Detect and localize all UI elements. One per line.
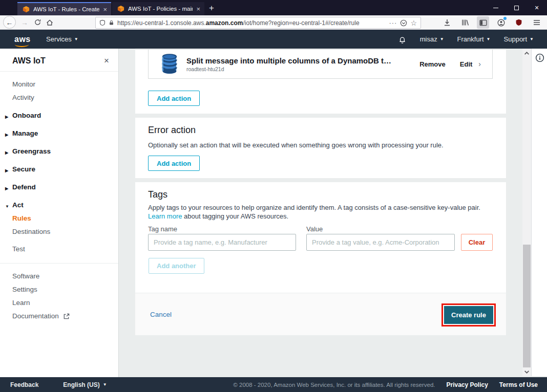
dynamodb-icon [161, 54, 178, 74]
privacy-policy-link[interactable]: Privacy Policy [446, 381, 488, 388]
url-bar[interactable]: https://eu-central-1.console.aws.amazon.… [95, 17, 421, 29]
chevron-down-icon: ▼ [440, 37, 444, 41]
external-link-icon [63, 313, 70, 320]
sidebar-item-software[interactable]: Software [0, 270, 118, 283]
terms-of-use-link[interactable]: Terms of Use [499, 381, 538, 388]
lock-icon [109, 19, 114, 26]
page-actions-icon[interactable]: ··· [389, 19, 397, 27]
main-content: Split message into multiple columns of a… [135, 49, 506, 377]
rule-action-title: Split message into multiple columns of a… [186, 56, 419, 65]
back-button[interactable]: ← [3, 16, 16, 29]
aws-cube-favicon [23, 6, 30, 13]
chevron-down-icon: ▼ [487, 37, 491, 41]
forward-button[interactable]: → [18, 18, 31, 27]
feedback-link[interactable]: Feedback [10, 381, 38, 388]
services-menu[interactable]: Services▼ [46, 35, 78, 43]
scroll-down-arrow-icon[interactable] [524, 369, 530, 375]
library-icon[interactable] [459, 16, 471, 29]
rule-action-table-name: roadtest-htu21d [186, 66, 419, 72]
clear-tag-button[interactable]: Clear [461, 234, 493, 251]
tab-title: AWS IoT - Policies - main-polic [128, 6, 193, 12]
sidebar-close-icon[interactable]: × [104, 56, 109, 65]
scrollbar-thumb[interactable] [523, 245, 531, 367]
url-text[interactable]: https://eu-central-1.console.aws.amazon.… [117, 19, 386, 27]
aws-iot-sidebar: AWS IoT × Monitor Activity ▶Onboard ▶Man… [0, 49, 119, 377]
region-menu[interactable]: Frankfurt▼ [457, 35, 491, 43]
remove-action-button[interactable]: Remove [419, 60, 446, 68]
cancel-link[interactable]: Cancel [150, 311, 172, 318]
downloads-icon[interactable] [441, 16, 453, 29]
pocket-icon[interactable] [400, 19, 407, 27]
notifications-bell-icon[interactable] [398, 35, 407, 44]
tag-name-input[interactable] [148, 234, 296, 251]
sidebar-item-manage[interactable]: ▶Manage [0, 127, 118, 140]
tab-close-icon[interactable]: × [103, 6, 107, 13]
copyright-text: © 2008 - 2020, Amazon Web Services, Inc.… [233, 382, 435, 388]
sidebar-item-destinations[interactable]: Destinations [0, 225, 118, 238]
rule-actions-panel: Split message into multiple columns of a… [135, 49, 506, 114]
error-action-panel: Error action Optionally set an action th… [135, 118, 506, 178]
tag-value-input[interactable] [306, 234, 455, 251]
aws-logo[interactable]: aws [14, 35, 32, 44]
help-panel-strip [531, 49, 547, 376]
tab-title: AWS IoT - Rules - Create a rule [33, 6, 99, 12]
chevron-down-icon: ▼ [5, 203, 9, 211]
reload-icon[interactable] [31, 16, 44, 29]
browser-tab-active[interactable]: AWS IoT - Rules - Create a rule × [17, 2, 111, 15]
add-action-button[interactable]: Add action [148, 91, 200, 106]
chevron-down-icon: ▼ [74, 37, 78, 41]
account-menu[interactable]: misaz▼ [420, 35, 444, 43]
error-action-title: Error action [148, 125, 196, 136]
annotation-highlight-box: Create rule [441, 303, 496, 326]
aws-console-navbar: aws Services▼ misaz▼ Frankfurt▼ Support▼ [0, 30, 547, 49]
window-close-button[interactable]: × [527, 0, 547, 15]
console-workspace: AWS IoT × Monitor Activity ▶Onboard ▶Man… [0, 49, 547, 377]
tags-title: Tags [148, 189, 167, 200]
browser-tab-inactive[interactable]: AWS IoT - Policies - main-polic × [112, 2, 204, 15]
new-tab-button[interactable]: + [209, 3, 214, 13]
tag-name-label: Tag name [148, 225, 177, 233]
info-icon[interactable] [535, 53, 544, 62]
account-icon[interactable] [495, 16, 507, 29]
language-selector[interactable]: English (US)▼ [63, 381, 107, 388]
vertical-scrollbar[interactable] [522, 49, 531, 376]
sidebar-item-rules[interactable]: Rules [0, 212, 118, 225]
support-menu[interactable]: Support▼ [504, 35, 534, 43]
tracking-protection-shield-icon[interactable] [99, 19, 106, 26]
sidebar-item-documentation[interactable]: Documentation [0, 310, 118, 323]
sidebar-item-learn[interactable]: Learn [0, 296, 118, 310]
edit-action-button[interactable]: Edit [460, 60, 473, 68]
chevron-right-icon: ▶ [5, 113, 8, 121]
sidebar-item-monitor[interactable]: Monitor [0, 78, 118, 91]
scroll-up-arrow-icon[interactable] [524, 51, 530, 56]
chevron-down-icon: ▼ [103, 382, 107, 387]
sidebar-item-greengrass[interactable]: ▶Greengrass [0, 145, 118, 158]
browser-window: AWS IoT - Rules - Create a rule × AWS Io… [0, 0, 547, 392]
sidebar-item-settings[interactable]: Settings [0, 283, 118, 296]
hamburger-menu-icon[interactable] [531, 16, 543, 29]
window-maximize-button[interactable] [506, 0, 527, 15]
sidebar-toggle-icon[interactable] [477, 16, 489, 29]
browser-toolbar: ← → https://eu-central-1.console.aws.ama… [0, 15, 547, 30]
add-another-tag-button[interactable]: Add another [149, 258, 204, 274]
tags-description: Apply tags to your resources to help org… [148, 203, 486, 221]
ublock-shield-icon[interactable] [513, 16, 525, 29]
sidebar-item-defend[interactable]: ▶Defend [0, 181, 118, 194]
create-rule-button[interactable]: Create rule [444, 306, 493, 324]
sidebar-item-activity[interactable]: Activity [0, 91, 118, 104]
home-icon[interactable] [44, 16, 56, 29]
add-error-action-button[interactable]: Add action [148, 156, 200, 171]
window-minimize-button[interactable] [486, 0, 506, 15]
bookmark-star-icon[interactable]: ☆ [410, 19, 417, 27]
sidebar-item-secure[interactable]: ▶Secure [0, 163, 118, 176]
chevron-right-icon: ▶ [5, 149, 8, 157]
sidebar-item-onboard[interactable]: ▶Onboard [0, 109, 118, 122]
browser-titlebar: AWS IoT - Rules - Create a rule × AWS Io… [0, 0, 547, 15]
sidebar-item-act[interactable]: ▼Act [0, 199, 118, 212]
sidebar-item-test[interactable]: Test [0, 243, 118, 256]
tag-value-label: Value [306, 225, 323, 233]
learn-more-link[interactable]: Learn more [148, 212, 182, 220]
tab-close-icon[interactable]: × [196, 6, 200, 12]
chevron-down-icon: ▼ [530, 37, 534, 41]
aws-cube-favicon [117, 5, 124, 12]
